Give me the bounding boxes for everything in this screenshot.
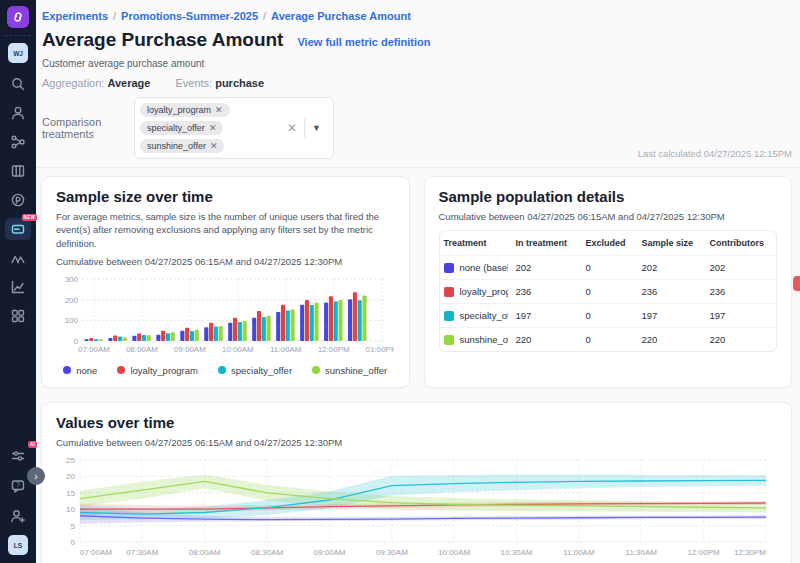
- cell-in-treatment: 197: [512, 303, 582, 327]
- bar: [238, 322, 242, 341]
- svg-text:10:00AM: 10:00AM: [438, 548, 470, 557]
- cell-in-treatment: 220: [512, 327, 582, 351]
- events-label: Events:: [175, 77, 212, 89]
- sidebar-item-invite[interactable]: [5, 505, 31, 527]
- chip-remove-icon[interactable]: ✕: [209, 123, 217, 133]
- bar: [267, 316, 271, 341]
- svg-text:100: 100: [65, 316, 79, 325]
- treatment-swatch: [444, 335, 454, 345]
- bar: [195, 330, 199, 341]
- sidebar-bottom: AI ? LS: [5, 445, 31, 555]
- breadcrumb-experiments[interactable]: Experiments: [42, 10, 108, 22]
- svg-text:08:30AM: 08:30AM: [251, 548, 283, 557]
- legend-item[interactable]: sunshine_offer: [312, 365, 387, 376]
- table-row[interactable]: sunshine_offer2200220220: [440, 327, 777, 351]
- treatment-name: sunshine_offer: [460, 334, 508, 345]
- bar: [180, 331, 184, 341]
- bar: [291, 309, 295, 340]
- sidebar-item-ab-testing[interactable]: [5, 247, 31, 269]
- feedback-tab[interactable]: [793, 276, 800, 291]
- bar: [233, 318, 237, 341]
- sidebar-item-holdouts[interactable]: [5, 160, 31, 182]
- table-row[interactable]: specialty_offer1970197197: [440, 303, 777, 327]
- logo-glyph-icon: [11, 10, 25, 24]
- cell-in-treatment: 236: [512, 279, 582, 303]
- cell-excluded: 0: [582, 303, 638, 327]
- bar: [190, 331, 194, 341]
- population-table-body: none (baseline)2020202202loyalty_program…: [440, 255, 777, 351]
- sidebar-item-pulse[interactable]: [5, 189, 31, 211]
- breadcrumb-metric-name[interactable]: Average Purchase Amount: [271, 10, 411, 22]
- treatment-name: specialty_offer: [460, 310, 508, 321]
- workspace-avatar[interactable]: WJ: [8, 43, 28, 63]
- bar: [108, 338, 112, 341]
- breadcrumb-separator: /: [113, 10, 116, 22]
- chip-specialty-offer[interactable]: specialty_offer✕: [140, 121, 223, 135]
- svg-text:12:00PM: 12:00PM: [688, 548, 720, 557]
- bar: [314, 303, 318, 341]
- table-row[interactable]: loyalty_program2360236236: [440, 279, 777, 303]
- bar: [94, 339, 98, 341]
- bar: [147, 335, 151, 341]
- pulse-icon: [10, 192, 26, 208]
- chart-legend: noneloyalty_programspecialty_offersunshi…: [56, 365, 395, 376]
- columns-icon: [10, 163, 26, 179]
- cell-sample-size: 197: [638, 303, 706, 327]
- chip-remove-icon[interactable]: ✕: [215, 105, 223, 115]
- view-metric-definition-link[interactable]: View full metric definition: [297, 36, 430, 48]
- cell-contributors: 220: [706, 327, 777, 351]
- svg-text:12:00PM: 12:00PM: [318, 345, 350, 354]
- bar: [286, 311, 290, 341]
- bar: [156, 335, 160, 341]
- aggregation-value: Average: [107, 77, 150, 89]
- bar: [214, 326, 218, 340]
- bar: [358, 300, 362, 341]
- sidebar-item-users[interactable]: [5, 102, 31, 124]
- cell-contributors: 236: [706, 279, 777, 303]
- chip-remove-icon[interactable]: ✕: [210, 141, 218, 151]
- card-title: Values over time: [56, 414, 777, 431]
- bar: [171, 332, 175, 341]
- user-avatar[interactable]: LS: [8, 535, 28, 555]
- svg-text:08:00AM: 08:00AM: [189, 548, 221, 557]
- svg-text:10: 10: [66, 505, 75, 514]
- sidebar-item-feature-gates[interactable]: [5, 131, 31, 153]
- legend-item[interactable]: specialty_offer: [218, 365, 292, 376]
- sidebar-item-ai-settings[interactable]: AI: [5, 445, 31, 467]
- sidebar-expand-handle[interactable]: ›: [27, 467, 45, 485]
- treatment-swatch: [444, 287, 454, 297]
- bar: [305, 300, 309, 341]
- svg-text:09:00AM: 09:00AM: [174, 345, 206, 354]
- bar: [219, 326, 223, 341]
- svg-text:?: ?: [16, 481, 20, 488]
- svg-text:08:00AM: 08:00AM: [126, 345, 158, 354]
- card-range: Cumulative between 04/27/2025 06:15AM an…: [56, 437, 777, 448]
- sidebar-divider: [5, 35, 31, 36]
- chip-loyalty-program[interactable]: loyalty_program✕: [140, 103, 230, 117]
- sidebar-item-dashboards[interactable]: [5, 305, 31, 327]
- bar: [84, 339, 88, 341]
- clear-all-icon[interactable]: ✕: [280, 121, 304, 135]
- chip-sunshine-offer[interactable]: sunshine_offer✕: [140, 139, 224, 153]
- table-row[interactable]: none (baseline)2020202202: [440, 255, 777, 279]
- bar: [362, 295, 366, 340]
- legend-item[interactable]: loyalty_program: [117, 365, 198, 376]
- svg-text:10:00AM: 10:00AM: [222, 345, 254, 354]
- breadcrumb-experiment-name[interactable]: Promotions-Summer-2025: [121, 10, 258, 22]
- sidebar-item-search[interactable]: [5, 73, 31, 95]
- aggregation-label: Aggregation:: [42, 77, 104, 89]
- legend-item[interactable]: none: [63, 365, 97, 376]
- bar: [204, 327, 208, 341]
- statsig-logo-icon[interactable]: [7, 6, 29, 28]
- col-excluded: Excluded: [582, 231, 638, 255]
- sidebar-item-experiments-active[interactable]: NEW: [5, 218, 31, 240]
- experiment-card-icon: [10, 221, 26, 237]
- treatment-select[interactable]: loyalty_program✕ specialty_offer✕ sunshi…: [134, 97, 334, 159]
- bar: [228, 323, 232, 341]
- chevron-down-icon[interactable]: ▼: [305, 123, 328, 133]
- svg-text:01:00PM: 01:00PM: [366, 345, 394, 354]
- nodes-icon: [10, 134, 26, 150]
- sidebar-item-metrics[interactable]: [5, 276, 31, 298]
- page-title: Average Purchase Amount: [42, 29, 283, 51]
- svg-text:300: 300: [65, 275, 79, 284]
